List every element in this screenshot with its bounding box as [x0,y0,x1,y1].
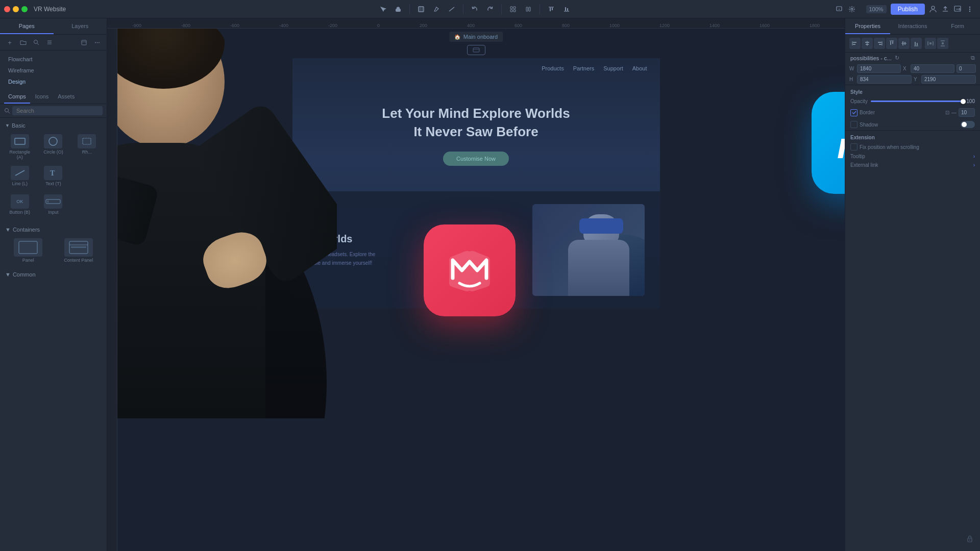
width-input[interactable] [857,64,901,73]
input-label: Input [48,210,58,215]
align-right-icon[interactable] [874,38,885,49]
border-checkbox[interactable] [850,109,857,116]
align-center-v-icon[interactable] [898,38,910,49]
distribute-tool[interactable] [521,2,535,16]
align-top-tool[interactable] [544,2,558,16]
publish-button[interactable]: Publish [891,4,925,15]
rectangle-label: Rectangle (A) [6,149,34,160]
form-tab[interactable]: Form [935,18,980,34]
add-page-btn[interactable]: + [4,37,15,48]
panel-component[interactable]: Panel [4,236,53,265]
input-component[interactable]: Input [38,192,69,217]
button-component[interactable]: OK Button (B) [4,192,36,217]
comps-tab[interactable]: Comps [4,90,30,104]
placeholder-component[interactable]: Rh... [71,132,103,162]
nav-partners[interactable]: Partners [573,65,595,71]
svg-line-28 [37,43,39,45]
settings-icon[interactable] [848,3,856,15]
containers-section: ▼ Containers Panel [0,222,107,270]
height-input[interactable] [857,75,912,84]
x-label: X [903,66,909,71]
x-input[interactable] [911,64,954,73]
ruler-label: 1600 [760,23,770,28]
home-icon: 🏠 [454,34,460,40]
align-left-icon[interactable] [849,38,861,49]
opacity-slider[interactable] [871,101,963,102]
content-panel-component[interactable]: Content Panel [55,236,103,265]
pages-tab[interactable]: Pages [0,18,54,34]
fix-position-label: Fix position when scrolling [860,144,919,150]
minimize-button[interactable] [13,6,19,12]
grid-tool[interactable] [506,2,520,16]
shadow-toggle[interactable] [961,121,975,128]
toolbar [112,2,837,16]
external-link-arrow[interactable]: › [973,162,975,168]
assets-tab[interactable]: Assets [54,90,79,104]
list-view-btn[interactable] [44,37,55,48]
more-icon[interactable] [966,3,974,15]
x-offset-input[interactable] [957,64,976,73]
fix-position-checkbox[interactable] [850,143,857,151]
opacity-thumb[interactable] [961,99,966,104]
nav-products[interactable]: Products [542,65,564,71]
external-link-row: External link › [845,161,980,169]
page-options-btn[interactable] [91,37,103,48]
text-component[interactable]: T Text (T) [38,164,69,188]
account-icon[interactable] [929,3,937,15]
nav-support[interactable]: Support [603,65,623,71]
zoom-level[interactable]: 100% [866,5,887,13]
page-wireframe[interactable]: Wireframe [0,65,107,76]
preview-icon[interactable] [836,3,844,15]
layers-tab[interactable]: Layers [54,18,107,34]
content-panel-label: Content Panel [64,258,93,263]
containers-header[interactable]: ▼ Containers [0,225,107,234]
hand-tool[interactable] [391,2,405,16]
properties-tab[interactable]: Properties [845,18,890,34]
line-tool[interactable] [445,2,459,16]
search-input[interactable] [12,106,103,115]
search-pages-btn[interactable] [31,37,42,48]
svg-rect-3 [399,7,400,10]
refresh-icon[interactable]: ↻ [895,55,899,61]
cta-button[interactable]: Customise Now [443,152,509,166]
page-settings-btn[interactable] [78,37,89,48]
cursor-tool[interactable] [376,2,390,16]
shadow-row: Shadow [845,119,980,130]
lock-icon[interactable] [966,535,974,545]
undo-tool[interactable] [468,2,482,16]
svg-rect-32 [82,40,86,45]
y-input[interactable] [921,75,976,84]
basic-header[interactable]: ▼ Basic [0,121,107,130]
y-field: Y [914,75,976,84]
close-button[interactable] [4,6,10,12]
redo-tool[interactable] [483,2,497,16]
common-section[interactable]: ▼ Common [0,270,107,279]
frame-tool[interactable] [414,2,428,16]
page-flowchart[interactable]: Flowchart [0,54,107,65]
line-component[interactable]: Line (L) [4,164,36,188]
distribute-v-icon[interactable] [937,38,948,49]
rectangle-component[interactable]: Rectangle (A) [4,132,36,162]
ruler-label: 1000 [609,23,620,28]
folder-btn[interactable] [17,37,29,48]
share-icon[interactable] [953,3,962,15]
align-bottom-icon[interactable] [911,38,922,49]
icons-tab[interactable]: Icons [31,90,53,104]
page-design[interactable]: Design [0,76,107,87]
align-top-icon[interactable] [886,38,897,49]
border-width-input[interactable] [959,108,975,117]
distribute-h-icon[interactable] [925,38,936,49]
pen-tool[interactable] [429,2,444,16]
circle-component[interactable]: Circle (O) [38,132,69,162]
tooltip-arrow[interactable]: › [973,154,975,159]
interactions-tab[interactable]: Interactions [890,18,935,34]
copy-icon[interactable]: ⧉ [971,55,975,61]
nav-about[interactable]: About [632,65,647,71]
shadow-checkbox[interactable] [850,121,857,128]
mail-logo-svg [442,242,498,298]
right-tabs: Properties Interactions Form [845,18,980,35]
maximize-button[interactable] [21,6,28,12]
align-bottom-tool[interactable] [559,2,574,16]
align-center-h-icon[interactable] [862,38,873,49]
upload-icon[interactable] [941,3,949,15]
